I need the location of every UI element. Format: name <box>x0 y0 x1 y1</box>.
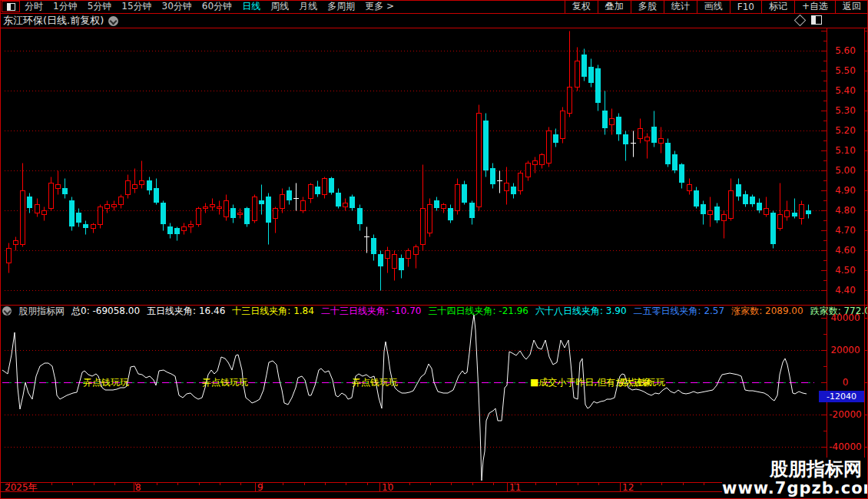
indicator-header: 股朋指标网总0: -69058.00五日线夹角: 16.46十三日线夹角: 1.… <box>2 306 868 316</box>
candle-up <box>280 195 285 209</box>
candle-down <box>378 254 383 266</box>
candle-down <box>770 213 776 244</box>
candle-up <box>210 205 215 207</box>
window-split-icon[interactable] <box>811 15 822 25</box>
price-axis-label: 4.80 <box>827 205 863 216</box>
indicator-axis-label: 20000 <box>827 345 863 355</box>
candle-up <box>238 213 243 215</box>
candle-up <box>708 211 713 215</box>
period-tab[interactable]: 周线 <box>270 0 289 13</box>
candle-down <box>371 238 376 254</box>
candle-down <box>665 143 671 164</box>
candle-down <box>694 190 699 207</box>
candle-up <box>687 185 692 191</box>
candle-up <box>98 207 103 225</box>
price-axis-label: 5.20 <box>827 125 863 136</box>
candle-down <box>167 226 173 234</box>
action-button[interactable]: F10 <box>730 0 761 13</box>
candle-down <box>595 68 601 103</box>
candle-down <box>743 194 748 204</box>
candle-down <box>736 184 741 197</box>
candle-up <box>526 164 531 177</box>
candle-down <box>147 180 152 190</box>
annotation-text: 弄点钱玩玩 <box>619 378 665 388</box>
period-tab[interactable]: 日线 <box>242 0 260 13</box>
action-button[interactable]: 叠加 <box>598 0 631 13</box>
candle-down <box>434 200 439 208</box>
period-tab[interactable]: 30分钟 <box>162 0 192 13</box>
action-button[interactable]: 统计 <box>664 0 697 13</box>
candle-up <box>323 179 327 195</box>
candle-down <box>581 55 587 77</box>
candle-down <box>76 213 81 223</box>
candle-down <box>336 193 341 207</box>
candle-down <box>483 121 489 170</box>
candle-up <box>197 209 201 225</box>
candle-down <box>553 134 558 143</box>
candle-up <box>800 205 804 219</box>
candle-down <box>230 208 236 218</box>
indicator-header-value: 六十八日线夹角: 3.90 <box>535 305 627 318</box>
candle-down <box>62 188 68 194</box>
candle-up <box>21 191 25 245</box>
candle-up <box>42 211 47 215</box>
action-button[interactable]: 复权 <box>565 0 598 13</box>
period-tab[interactable]: 1分钟 <box>53 0 78 13</box>
candle-down <box>174 228 180 234</box>
candle-down <box>679 164 684 183</box>
candle-up <box>309 185 313 199</box>
time-axis-label: 8 <box>135 483 141 492</box>
period-tab[interactable]: 15分钟 <box>121 0 151 13</box>
candle-up <box>91 225 96 229</box>
candle-down <box>399 258 404 270</box>
period-tab[interactable]: 更多 > <box>365 0 394 13</box>
indicator-collapse-icon[interactable] <box>2 306 12 316</box>
chevron-down-icon[interactable] <box>108 16 118 26</box>
candle-down <box>511 187 516 194</box>
chart-canvas[interactable] <box>0 0 868 499</box>
candle-down <box>806 210 811 214</box>
period-tabs: 分时1分钟5分钟15分钟30分钟60分钟日线周线月线多周期更多 > <box>23 0 394 13</box>
action-button[interactable]: +自选 <box>794 0 835 13</box>
candle-up <box>778 215 783 229</box>
time-axis-label: 11 <box>509 483 521 492</box>
candle-up <box>568 88 572 114</box>
candle-down <box>490 168 495 184</box>
candle-down <box>83 224 88 228</box>
period-tab[interactable]: 月线 <box>299 0 317 13</box>
diamond-icon[interactable] <box>794 14 807 26</box>
price-axis-label: 4.70 <box>827 225 863 236</box>
action-button[interactable]: 标记 <box>761 0 794 13</box>
candle-up <box>133 185 137 189</box>
price-axis-label: 5.00 <box>827 165 863 176</box>
period-tab[interactable]: 分时 <box>25 0 43 13</box>
candle-down <box>154 188 159 203</box>
split-window-icon <box>7 3 15 11</box>
period-tab[interactable]: 60分钟 <box>202 0 232 13</box>
period-toolbar: 分时1分钟5分钟15分钟30分钟60分钟日线周线月线多周期更多 > 复权叠加多股… <box>0 0 868 14</box>
indicator-value-badge: -12040 <box>819 391 864 402</box>
action-button[interactable]: 画线 <box>697 0 730 13</box>
price-axis-label: 5.40 <box>827 85 863 96</box>
period-tab[interactable]: 多周期 <box>327 0 355 13</box>
candle-down <box>469 203 475 218</box>
candle-up <box>343 203 348 207</box>
action-button[interactable]: 多股 <box>631 0 664 13</box>
price-axis-label: 5.60 <box>827 45 863 56</box>
candle-down <box>350 197 355 208</box>
price-axis-label: 4.40 <box>827 285 863 296</box>
watermark-site-url: www.7gpzb.com <box>722 479 862 497</box>
indicator-header-value: 涨家数: 2089.00 <box>731 305 803 318</box>
action-button[interactable]: 返回 <box>835 0 868 13</box>
annotation-text: 弄点钱玩玩 <box>352 378 398 388</box>
candle-down <box>616 117 621 134</box>
candle-down <box>259 200 264 204</box>
time-axis-label: 10 <box>382 483 393 492</box>
watermark: 股朋指标网 www.7gpzb.com <box>722 458 868 499</box>
candle-down <box>329 178 334 193</box>
period-tab[interactable]: 5分钟 <box>88 0 112 13</box>
candle-down <box>161 203 166 224</box>
candle-down <box>448 208 453 220</box>
candle-up <box>35 205 40 213</box>
layout-toggle-button[interactable] <box>2 1 20 12</box>
